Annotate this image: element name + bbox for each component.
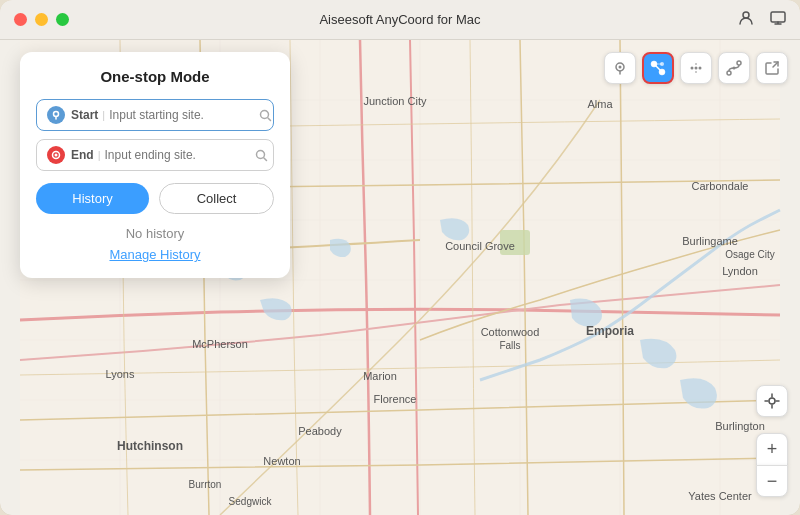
svg-text:Cottonwood: Cottonwood <box>481 326 540 338</box>
svg-text:Junction City: Junction City <box>364 95 427 107</box>
svg-point-49 <box>695 71 697 73</box>
collect-button[interactable]: Collect <box>159 183 274 214</box>
monitor-icon[interactable] <box>770 10 786 30</box>
svg-text:Lyndon: Lyndon <box>722 265 758 277</box>
map-toolbar <box>604 52 788 84</box>
svg-text:Lyons: Lyons <box>106 368 135 380</box>
no-history-text: No history <box>36 226 274 241</box>
svg-text:Florence: Florence <box>374 393 417 405</box>
svg-text:Council Grove: Council Grove <box>445 240 515 252</box>
svg-text:Carbondale: Carbondale <box>692 180 749 192</box>
history-button[interactable]: History <box>36 183 149 214</box>
svg-text:McPherson: McPherson <box>192 338 248 350</box>
svg-text:Burrton: Burrton <box>189 479 222 490</box>
svg-point-50 <box>727 71 731 75</box>
svg-point-48 <box>695 63 697 65</box>
close-button[interactable] <box>14 13 27 26</box>
svg-point-41 <box>619 66 622 69</box>
toolbar-export-btn[interactable] <box>756 52 788 84</box>
titlebar: Aiseesoft AnyCoord for Mac <box>0 0 800 40</box>
maximize-button[interactable] <box>56 13 69 26</box>
map-area[interactable]: Junction City Alma Carbondale Burlingame… <box>0 40 800 515</box>
svg-text:Peabody: Peabody <box>298 425 342 437</box>
toolbar-dots-btn[interactable] <box>680 52 712 84</box>
start-label: Start <box>71 108 98 122</box>
svg-text:Falls: Falls <box>499 340 520 351</box>
start-search-icon[interactable] <box>259 107 272 123</box>
toolbar-path-btn[interactable] <box>718 52 750 84</box>
start-input-row[interactable]: Start | <box>36 99 274 131</box>
end-input[interactable] <box>105 148 255 162</box>
manage-history-link[interactable]: Manage History <box>36 247 274 262</box>
end-label: End <box>71 148 94 162</box>
titlebar-right-controls <box>738 10 786 30</box>
panel-title: One-stop Mode <box>36 68 274 85</box>
traffic-lights <box>14 13 69 26</box>
svg-rect-1 <box>771 12 785 22</box>
svg-point-57 <box>256 150 264 158</box>
svg-point-54 <box>261 110 269 118</box>
svg-text:Burlingame: Burlingame <box>682 235 738 247</box>
svg-point-51 <box>737 61 741 65</box>
location-button[interactable] <box>756 385 788 417</box>
app-window: Aiseesoft AnyCoord for Mac <box>0 0 800 515</box>
svg-text:Sedgwick: Sedgwick <box>229 496 273 507</box>
svg-text:Osage City: Osage City <box>725 249 774 260</box>
svg-point-47 <box>699 67 702 70</box>
svg-text:Hutchinson: Hutchinson <box>117 439 183 453</box>
svg-point-58 <box>769 398 775 404</box>
svg-text:Emporia: Emporia <box>586 324 634 338</box>
svg-text:Newton: Newton <box>263 455 300 467</box>
svg-point-46 <box>695 67 698 70</box>
button-row: History Collect <box>36 183 274 214</box>
toolbar-pin-btn[interactable] <box>604 52 636 84</box>
svg-point-56 <box>55 154 58 157</box>
end-search-icon[interactable] <box>255 147 268 163</box>
zoom-in-button[interactable]: + <box>756 433 788 465</box>
start-input[interactable] <box>109 108 259 122</box>
end-input-row[interactable]: End | <box>36 139 274 171</box>
svg-text:Yates Center: Yates Center <box>688 490 752 502</box>
end-icon <box>47 146 65 164</box>
zoom-control: + − <box>756 433 788 497</box>
app-title: Aiseesoft AnyCoord for Mac <box>319 12 480 27</box>
toolbar-route-btn[interactable] <box>642 52 674 84</box>
svg-point-0 <box>743 12 749 18</box>
svg-point-45 <box>691 67 694 70</box>
user-icon[interactable] <box>738 10 754 30</box>
start-icon <box>47 106 65 124</box>
svg-text:Marion: Marion <box>363 370 397 382</box>
one-stop-panel: One-stop Mode Start | <box>20 52 290 278</box>
minimize-button[interactable] <box>35 13 48 26</box>
zoom-out-button[interactable]: − <box>756 465 788 497</box>
map-controls: + − <box>756 385 788 497</box>
svg-point-52 <box>733 67 736 70</box>
svg-text:Alma: Alma <box>587 98 613 110</box>
